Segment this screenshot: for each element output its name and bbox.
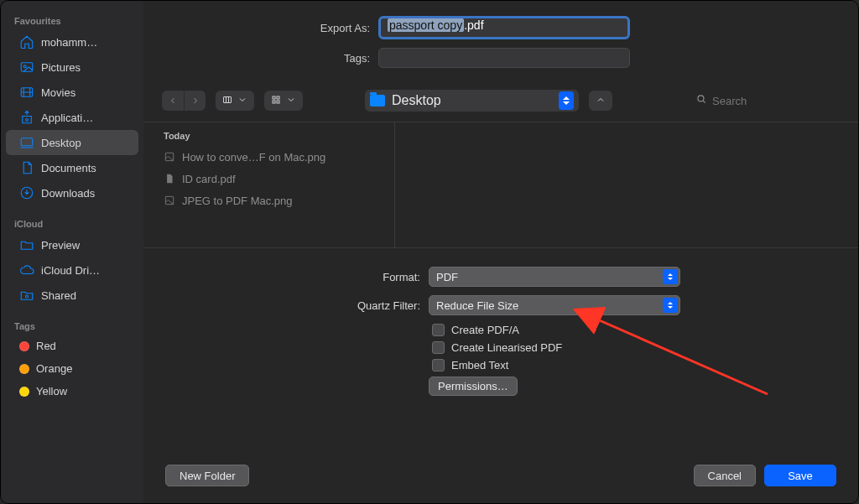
sidebar-item-label: Documents — [41, 162, 96, 174]
checkbox-icon — [432, 341, 445, 354]
location-popup[interactable]: Desktop — [365, 90, 579, 112]
file-name: JPEG to PDF Mac.png — [182, 195, 293, 207]
export-filename-input[interactable]: passport copy.pdf — [378, 16, 630, 39]
file-row[interactable]: ID card.pdf — [143, 168, 394, 190]
sidebar-item-shared[interactable]: Shared — [6, 283, 138, 308]
search-input[interactable] — [712, 95, 830, 107]
sidebar-tag-yellow[interactable]: Yellow — [6, 380, 138, 403]
format-value: PDF — [436, 271, 458, 283]
downloads-icon — [19, 185, 34, 200]
sidebar-item-label: Yellow — [36, 385, 67, 397]
format-label: Format: — [177, 271, 420, 283]
cancel-button[interactable]: Cancel — [694, 465, 756, 486]
sidebar-item-label: Applicati… — [41, 112, 93, 124]
tags-input[interactable] — [378, 48, 630, 68]
format-popup[interactable]: PDF — [429, 267, 680, 287]
tags-label: Tags: — [177, 52, 370, 65]
permissions-label: Permissions… — [438, 380, 508, 392]
svg-point-1 — [23, 65, 26, 68]
embed-text-checkbox[interactable]: Embed Text — [177, 359, 825, 372]
create-pdfa-checkbox[interactable]: Create PDF/A — [177, 324, 825, 336]
sidebar-item-label: Shared — [41, 289, 76, 302]
main-panel: Export As: passport copy.pdf Tags: — [143, 1, 858, 503]
permissions-button[interactable]: Permissions… — [429, 377, 518, 396]
pictures-icon — [19, 60, 34, 75]
sidebar-item-label: mohamm… — [41, 36, 97, 49]
grid-icon — [271, 93, 281, 108]
sidebar-item-documents[interactable]: Documents — [6, 155, 138, 180]
documents-icon — [19, 160, 34, 175]
checkbox-label: Embed Text — [451, 359, 508, 372]
sidebar-item-icloud-drive[interactable]: iCloud Dri… — [6, 257, 138, 283]
dialog-footer: New Folder Cancel Save — [143, 453, 858, 503]
image-file-icon — [164, 150, 175, 164]
sidebar-item-label: iCloud Dri… — [41, 264, 100, 277]
nav-back-forward — [162, 91, 206, 111]
view-mode-button[interactable] — [216, 91, 254, 111]
checkbox-icon — [432, 324, 445, 336]
cloud-icon — [19, 262, 34, 278]
chevron-down-icon — [237, 93, 247, 108]
create-linearised-checkbox[interactable]: Create Linearised PDF — [177, 341, 825, 354]
export-as-label: Export As: — [177, 22, 370, 34]
chevron-up-icon — [596, 93, 606, 108]
tag-dot-icon — [19, 387, 29, 397]
sidebar-item-preview[interactable]: Preview — [6, 232, 138, 257]
sidebar-item-pictures[interactable]: Pictures — [6, 55, 138, 80]
sidebar-tag-red[interactable]: Red — [6, 335, 138, 357]
filename-selected-text: passport copy — [388, 18, 464, 32]
group-by-button[interactable] — [264, 91, 303, 111]
sidebar-item-desktop[interactable]: Desktop — [6, 130, 138, 155]
search-field[interactable] — [689, 91, 840, 111]
image-file-icon — [164, 194, 175, 207]
forward-button[interactable] — [184, 91, 206, 111]
shared-icon — [19, 288, 34, 303]
quartz-filter-popup[interactable]: Reduce File Size — [429, 295, 680, 315]
save-dialog: Favourites mohamm… Pictures Movies Appli… — [0, 0, 859, 504]
popup-arrows-icon — [663, 298, 678, 313]
tag-dot-icon — [19, 341, 29, 351]
file-browser: Today How to conve…F on Mac.png ID card.… — [143, 122, 858, 248]
sidebar-tag-orange[interactable]: Orange — [6, 357, 138, 380]
sidebar-item-applications[interactable]: Applicati… — [6, 105, 138, 130]
collapse-button[interactable] — [589, 91, 612, 111]
svg-point-6 — [26, 295, 29, 298]
checkbox-label: Create Linearised PDF — [451, 341, 562, 354]
chevron-down-icon — [286, 93, 296, 108]
movies-icon — [19, 85, 34, 100]
folder-icon — [19, 237, 34, 252]
quartz-filter-value: Reduce File Size — [436, 299, 518, 312]
location-label: Desktop — [392, 93, 441, 108]
svg-point-12 — [698, 96, 704, 101]
new-folder-button[interactable]: New Folder — [165, 465, 249, 486]
tag-dot-icon — [19, 364, 29, 374]
sidebar-section-icloud: iCloud — [1, 214, 143, 232]
export-fields: Export As: passport copy.pdf Tags: — [143, 1, 858, 85]
browser-column: Today How to conve…F on Mac.png ID card.… — [143, 122, 395, 247]
file-row[interactable]: JPEG to PDF Mac.png — [143, 190, 394, 211]
sidebar-item-label: Orange — [36, 362, 72, 375]
svg-rect-8 — [273, 96, 275, 99]
sidebar-item-label: Desktop — [41, 137, 81, 149]
sidebar-item-movies[interactable]: Movies — [6, 80, 138, 105]
file-name: How to conve…F on Mac.png — [182, 151, 325, 164]
svg-rect-10 — [273, 101, 275, 103]
back-button[interactable] — [162, 91, 184, 111]
button-label: Save — [788, 470, 813, 482]
desktop-icon — [19, 135, 34, 150]
file-row[interactable]: How to conve…F on Mac.png — [143, 146, 394, 168]
svg-rect-4 — [21, 138, 33, 146]
svg-rect-0 — [21, 63, 33, 72]
search-icon — [695, 93, 707, 108]
export-options: Format: PDF Quartz Filter: Reduce File S… — [143, 248, 858, 404]
sidebar-item-home[interactable]: mohamm… — [6, 29, 138, 55]
sidebar: Favourites mohamm… Pictures Movies Appli… — [1, 1, 143, 503]
svg-rect-11 — [277, 101, 279, 103]
sidebar-section-tags: Tags — [1, 316, 143, 335]
sidebar-item-label: Preview — [41, 239, 80, 252]
save-button[interactable]: Save — [764, 465, 836, 486]
checkbox-icon — [432, 359, 445, 372]
browser-column-empty — [395, 122, 858, 247]
button-label: Cancel — [708, 470, 742, 482]
sidebar-item-downloads[interactable]: Downloads — [6, 180, 138, 205]
